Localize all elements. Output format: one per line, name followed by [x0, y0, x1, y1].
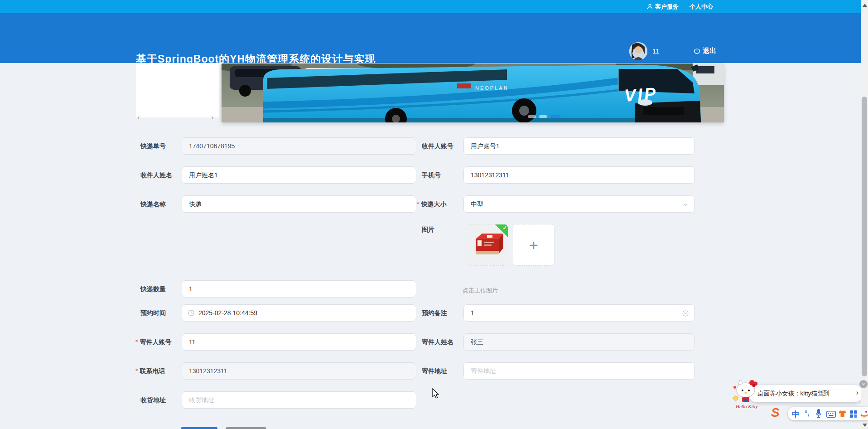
personal-center-label: 个人中心	[690, 3, 713, 11]
submit-button[interactable]	[181, 427, 217, 429]
ime-emoji-button[interactable]	[859, 408, 868, 418]
appointment-note-input[interactable]: 1	[463, 304, 694, 322]
label-appointment-note: 预约备注	[417, 304, 447, 322]
express-quantity-input[interactable]: 1	[182, 280, 416, 297]
required-star: *	[135, 338, 138, 346]
customer-service-label: 客户服务	[655, 3, 679, 11]
carousel-dot-active[interactable]	[550, 115, 560, 118]
label-express-size: *快递大小	[417, 195, 446, 213]
input-value: 快递	[189, 200, 202, 208]
upload-hint: 点击上传图片	[463, 287, 498, 295]
bus-photo: NEOPLAN VIP	[222, 63, 724, 122]
label-express-name: 快递名称	[135, 195, 166, 213]
input-value: 1	[471, 309, 474, 317]
label-text: 图片	[422, 226, 434, 233]
label-text: 联系电话	[140, 367, 165, 375]
input-placeholder: 寄件地址	[471, 367, 496, 375]
cancel-button[interactable]	[226, 427, 266, 429]
uploaded-image-thumb[interactable]: ✓	[467, 224, 508, 266]
required-star: *	[417, 200, 419, 208]
label-text: 预约备注	[422, 309, 447, 317]
recipient-name-input[interactable]: 用户姓名1	[182, 166, 416, 184]
label-text: 快递大小	[421, 200, 446, 208]
plus-icon: +	[513, 224, 554, 265]
personal-center-link[interactable]: 个人中心	[690, 3, 713, 11]
label-text: 收件人账号	[422, 142, 453, 150]
ime-language-toggle[interactable]: 中	[792, 409, 800, 419]
select-value: 中型	[471, 200, 483, 208]
express-number-input[interactable]: 1740710678195	[182, 137, 416, 155]
pager-prev-arrow[interactable]: ‹	[137, 113, 140, 121]
input-value: 用户账号1	[471, 142, 500, 150]
label-recipient-account: 收件人账号	[417, 137, 453, 155]
contact-phone-input[interactable]: 13012312311	[182, 362, 416, 380]
upload-add-button[interactable]: +	[513, 224, 555, 266]
top-navbar: 客户服务 个人中心	[0, 0, 861, 13]
ime-skin-button[interactable]	[838, 410, 847, 418]
label-appointment-time: 预约时间	[135, 304, 166, 322]
label-text: 快递单号	[140, 142, 166, 150]
ime-punctuation-toggle[interactable]: °,	[805, 409, 809, 417]
label-text: 预约时间	[140, 309, 166, 317]
required-star: *	[135, 367, 138, 375]
customer-service-link[interactable]: 客户服务	[647, 3, 679, 11]
input-placeholder: 收货地址	[189, 396, 214, 404]
power-icon	[694, 48, 700, 54]
avatar-photo	[629, 42, 647, 60]
input-value: 1	[189, 285, 193, 292]
kitty-ad-bubble[interactable]: 桌面养小女孩：kitty猫驾到 ›	[748, 385, 863, 402]
label-mobile-phone: 手机号	[417, 166, 441, 184]
clear-icon[interactable]	[682, 310, 689, 317]
pager-next-arrow[interactable]: ›	[211, 113, 214, 121]
kitty-ad-message: 桌面养小女孩：kitty猫驾到	[757, 390, 829, 398]
app-screen: 客户服务 个人中心 基于SpringBoot的YH物流管理系统的设计与实现 11…	[0, 0, 868, 429]
label-text: 快递数量	[140, 285, 166, 292]
label-express-number: 快递单号	[135, 137, 166, 155]
label-sender-address: 寄件地址	[417, 362, 447, 380]
label-sender-account: *寄件人账号	[135, 333, 171, 351]
carousel-dot[interactable]	[539, 115, 547, 118]
text-caret	[475, 309, 476, 316]
ime-toolbox-button[interactable]	[849, 410, 858, 418]
avatar[interactable]	[629, 42, 647, 60]
clock-icon	[188, 310, 194, 316]
express-name-input[interactable]: 快递	[182, 195, 416, 213]
sender-account-input[interactable]: 11	[182, 333, 416, 351]
carousel-dot[interactable]	[528, 115, 536, 118]
sogou-logo-icon[interactable]: S	[771, 405, 780, 420]
recipient-account-input[interactable]: 用户账号1	[463, 137, 694, 155]
scrollbar-thumb[interactable]	[862, 97, 867, 376]
chevron-down-icon	[683, 202, 688, 207]
ad-close-button[interactable]: ×	[859, 380, 868, 388]
sender-address-input[interactable]: 寄件地址	[463, 362, 694, 380]
scrollbar-down-arrow[interactable]	[863, 424, 867, 427]
label-text: 收件人姓名	[140, 171, 172, 179]
check-icon: ✓	[503, 225, 507, 231]
logout-label: 退出	[703, 47, 716, 55]
label-text: 收货地址	[140, 396, 166, 404]
mobile-phone-input[interactable]: 13012312311	[463, 166, 694, 184]
input-value: 1740710678195	[189, 142, 235, 150]
label-recipient-name: 收件人姓名	[135, 166, 172, 184]
label-text: 手机号	[422, 171, 441, 179]
appointment-time-input[interactable]: 2025-02-28 10:44:59	[182, 304, 416, 322]
express-size-select[interactable]: 中型	[463, 195, 694, 213]
label-delivery-address: 收货地址	[135, 391, 166, 409]
logout-button[interactable]: 退出	[694, 47, 716, 55]
sender-name-input[interactable]: 张三	[463, 333, 694, 351]
label-image: 图片	[417, 221, 434, 238]
input-value: 张三	[471, 338, 483, 346]
input-value: 2025-02-28 10:44:59	[198, 309, 257, 317]
scrollbar-up-arrow[interactable]	[863, 4, 867, 7]
header-username: 11	[652, 48, 660, 55]
carousel-side-panel	[136, 63, 219, 117]
input-value: 用户姓名1	[189, 171, 218, 179]
ime-mic-button[interactable]	[815, 409, 822, 418]
hello-kitty-figure	[732, 377, 757, 404]
mouse-cursor	[432, 388, 440, 399]
delivery-address-input[interactable]: 收货地址	[182, 391, 416, 409]
banner-carousel[interactable]: NEOPLAN VIP	[222, 63, 724, 122]
input-value: 13012312311	[471, 171, 509, 179]
ime-keyboard-button[interactable]	[826, 411, 836, 418]
input-value: 13012312311	[189, 367, 227, 375]
